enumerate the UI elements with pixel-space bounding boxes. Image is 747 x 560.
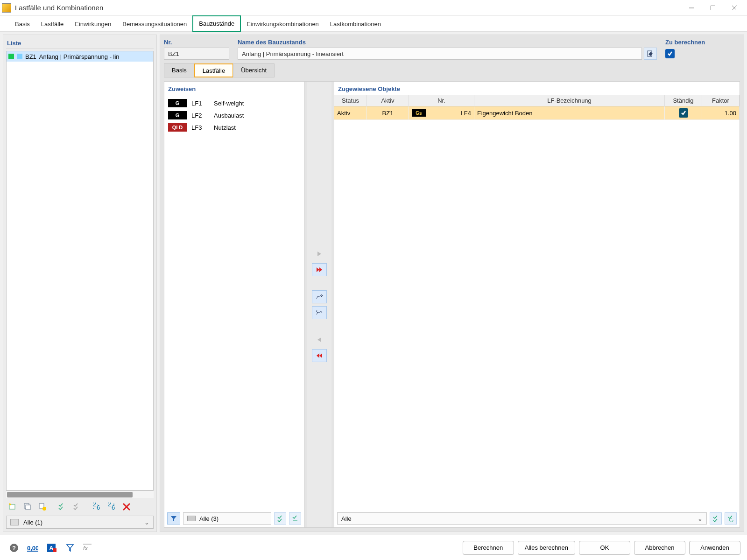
move-left-button[interactable] [312,333,327,346]
app-icon [2,3,11,13]
help-icon[interactable]: ? [7,540,21,555]
cell-nr: Gs LF4 [409,106,474,119]
category-badge-q: QI D [168,123,187,132]
fx-icon[interactable]: fx [81,540,96,555]
tab-einwirkungskombinationen[interactable]: Einwirkungskombinationen [241,17,324,31]
assign-panel: Zuweisen G LF1 Self-weight G LF2 Ausbaul… [164,82,304,527]
check-all-icon[interactable] [56,501,69,513]
units-icon[interactable]: 0,00 [25,540,40,555]
move-all-right-button[interactable] [312,263,327,276]
copy-add-icon[interactable] [36,501,49,513]
svg-text:0,00: 0,00 [27,545,38,552]
chevron-down-icon: ⌄ [698,515,703,522]
select-all-icon[interactable] [274,512,286,525]
new-icon[interactable] [6,501,19,513]
col-bez[interactable]: LF-Bezeichnung [474,95,665,106]
subtab-lastfaelle[interactable]: Lastfälle [194,63,233,77]
filter-swatch [187,516,196,521]
copy-results-left-button[interactable] [312,306,327,319]
cell-status: Aktiv [334,106,367,119]
svg-text:6: 6 [112,504,115,511]
category-badge-g: G [168,111,187,119]
assign-filter-combo[interactable]: Alle (3) [183,512,271,525]
lf-code: LF3 [191,124,209,131]
left-toolbar: 26 26 [6,501,154,513]
renumber-icon[interactable]: 26 [90,501,103,513]
ok-button[interactable]: OK [579,541,630,555]
window-title: Lastfälle und Kombinationen [15,4,681,12]
berechnen-button[interactable]: Berechnen [463,541,514,555]
assigned-panel: Zugewiesene Objekte Status Aktiv Nr. LF-… [334,82,740,527]
tab-lastkombinationen[interactable]: Lastkombinationen [324,17,387,31]
lf-code: LF1 [191,100,209,107]
permanent-checkbox[interactable] [679,108,688,118]
filter-tool-icon[interactable] [63,540,78,555]
col-fak[interactable]: Faktor [702,95,740,106]
tab-bemessungssituationen[interactable]: Bemessungssituationen [117,17,192,31]
refresh-icon[interactable] [725,512,737,525]
list-item[interactable]: BZ1 Anfang | Primärspannung - lin [7,51,153,62]
tab-lastfaelle[interactable]: Lastfälle [35,17,69,31]
svg-rect-0 [711,6,715,10]
list-item-code: BZ1 [25,53,36,60]
lf-desc: Ausbaulast [214,112,244,119]
col-nr[interactable]: Nr. [409,95,474,106]
assigned-title: Zugewiesene Objekte [334,82,740,95]
lf-desc: Nutzlast [214,124,236,131]
anwenden-button[interactable]: Anwenden [689,541,740,555]
name-input[interactable]: Anfang | Primärspannung - linearisiert [238,48,642,60]
category-badge-gs: Gs [412,109,426,117]
assign-row[interactable]: G LF1 Self-weight [168,97,300,109]
move-right-button[interactable] [312,247,327,260]
assign-title: Zuweisen [164,82,304,95]
calc-checkbox[interactable] [665,49,675,58]
assign-row[interactable]: QI D LF3 Nutzlast [168,121,300,133]
calc-label: Zu berechnen [665,39,740,46]
filter-swatch [10,519,19,525]
svg-text:?: ? [12,545,16,552]
renumber2-icon[interactable]: 26 [105,501,118,513]
color-swatch-blue [17,54,22,59]
col-stand[interactable]: Ständig [665,95,702,106]
cell-aktiv: BZ1 [367,106,409,119]
assigned-filter-combo[interactable]: Alle ⌄ [337,512,707,525]
col-status[interactable]: Status [334,95,367,106]
font-icon[interactable]: A [44,540,59,555]
footer: ? 0,00 A fx Berechnen Alles berechnen OK… [0,535,747,560]
left-filter-label: Alle (1) [23,519,42,526]
close-button[interactable] [724,1,745,15]
grid-header: Status Aktiv Nr. LF-Bezeichnung Ständig … [334,95,740,106]
svg-rect-17 [53,548,56,552]
deselect-all-icon[interactable] [289,512,301,525]
nr-label: Nr. [164,39,229,46]
cell-stand [665,106,702,119]
assign-row[interactable]: G LF2 Ausbaulast [168,109,300,121]
svg-text:2: 2 [93,503,96,508]
titlebar: Lastfälle und Kombinationen [0,0,747,16]
delete-icon[interactable] [120,501,133,513]
list-box[interactable]: BZ1 Anfang | Primärspannung - lin [6,51,154,490]
nr-input[interactable]: BZ1 [164,48,229,60]
list-item-label: Anfang | Primärspannung - lin [39,53,120,60]
list-scrollbar[interactable] [6,490,154,498]
maximize-button[interactable] [702,1,724,15]
tab-bauzustaende[interactable]: Bauzustände [192,15,241,32]
filter-button[interactable] [167,512,180,525]
alles-berechnen-button[interactable]: Alles berechnen [518,541,575,555]
copy-results-right-button[interactable] [312,290,327,303]
right-panel: Nr. BZ1 Name des Bauzustands Anfang | Pr… [160,35,744,532]
subtab-basis[interactable]: Basis [164,63,195,77]
edit-name-button[interactable] [644,48,657,60]
left-filter-combo[interactable]: Alle (1) ⌄ [6,516,154,529]
tab-basis[interactable]: Basis [9,17,35,31]
abbrechen-button[interactable]: Abbrechen [634,541,685,555]
table-row[interactable]: Aktiv BZ1 Gs LF4 Eigengewicht Boden 1.00 [334,106,740,120]
subtab-uebersicht[interactable]: Übersicht [233,63,275,77]
col-aktiv[interactable]: Aktiv [367,95,409,106]
copy-icon[interactable] [21,501,34,513]
select-all-icon[interactable] [710,512,722,525]
move-all-left-button[interactable] [312,349,327,362]
tab-einwirkungen[interactable]: Einwirkungen [69,17,117,31]
minimize-button[interactable] [681,1,702,15]
uncheck-all-icon[interactable] [70,501,84,513]
